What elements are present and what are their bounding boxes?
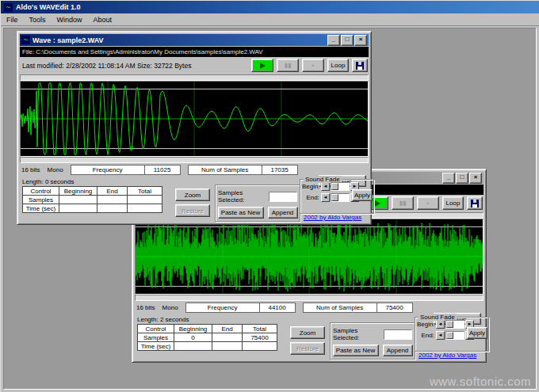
table-header: Total: [128, 187, 162, 196]
loop-button[interactable]: Loop: [327, 59, 349, 72]
frequency-readout: Frequency 11025: [71, 165, 181, 175]
table-row: Time (sec): [138, 342, 277, 351]
file-path-bar: File: C:\Documents and Settings\Administ…: [20, 47, 369, 57]
apply-button[interactable]: Apply: [352, 189, 373, 201]
pause-button[interactable]: ▮▮: [392, 196, 414, 210]
samples-selected-label: Samples Selected:: [333, 327, 381, 341]
menu-bar: File Tools Window About: [1, 13, 539, 26]
samples-selected-input[interactable]: [269, 192, 297, 202]
samples-readout: Num of Samples 17035: [188, 165, 298, 175]
cell-beginning: [59, 204, 97, 213]
minimize-button[interactable]: _: [327, 35, 340, 46]
cell-beginning: [174, 342, 212, 351]
table-row: Samples: [23, 196, 162, 204]
table-header: End: [97, 187, 128, 196]
wave-file-icon: ~: [21, 36, 30, 44]
row-label: Samples: [138, 333, 174, 342]
samples-value: 17035: [262, 165, 298, 175]
playback-row: Last modified: 2/28/2002 11:08:14 AM Siz…: [20, 57, 369, 74]
author-link[interactable]: 2002 by Aldo Vargas: [419, 352, 476, 359]
stop-button[interactable]: ▪: [302, 59, 324, 72]
table-header: Beginning: [174, 325, 212, 333]
paste-as-new-button[interactable]: Paste as New: [218, 207, 264, 219]
loop-button[interactable]: Loop: [442, 196, 464, 210]
fade-begin-slider[interactable]: [331, 182, 350, 191]
append-button[interactable]: Append: [383, 344, 413, 356]
slider-thumb[interactable]: [446, 321, 453, 328]
window-titlebar[interactable]: ~ Wave : sample2.WAV _ □ ×: [20, 34, 369, 46]
maximize-button[interactable]: □: [456, 173, 468, 184]
save-button[interactable]: [352, 59, 368, 72]
cell-total: 75400: [243, 333, 277, 342]
cell-total: [243, 342, 277, 351]
zoom-button[interactable]: Zoom: [175, 188, 210, 201]
arrow-left-icon[interactable]: ◄: [321, 182, 330, 191]
menu-tools[interactable]: Tools: [24, 16, 52, 24]
arrow-left-icon[interactable]: ◄: [321, 193, 330, 202]
stop-icon: ▪: [312, 62, 315, 69]
samples-selected-input[interactable]: [384, 329, 412, 340]
floppy-icon: [356, 62, 364, 70]
fade-begin-slider[interactable]: [445, 320, 464, 329]
close-button[interactable]: ×: [354, 35, 367, 46]
selection-table: Control Beginning End Total Samples Time…: [22, 186, 162, 213]
frequency-value: 11025: [144, 165, 181, 175]
fade-end-slider[interactable]: [331, 193, 350, 202]
sound-fade-group: Sound Fade Begin: ◄ ► End: ◄ ► Apply: [415, 317, 489, 352]
play-button[interactable]: [251, 59, 273, 72]
waveform-display[interactable]: [20, 81, 369, 157]
slider-thumb[interactable]: [331, 194, 338, 201]
slider-thumb[interactable]: [331, 183, 338, 190]
fade-end-slider[interactable]: [445, 331, 464, 340]
window-title: Wave : sample2.WAV: [32, 36, 325, 44]
menu-file[interactable]: File: [1, 16, 24, 24]
author-link[interactable]: 2002 by Aldo Vargas: [304, 214, 361, 221]
pause-button[interactable]: ▮▮: [277, 59, 299, 72]
cell-beginning: [59, 196, 97, 204]
length-label: Length: 2 seconds: [137, 316, 189, 323]
save-button[interactable]: [467, 196, 483, 210]
frequency-readout: Frequency 44100: [185, 303, 296, 313]
close-button[interactable]: ×: [469, 173, 482, 184]
restore-button: Restore: [290, 342, 325, 355]
samples-selected-group: Samples Selected: Paste as New Append: [330, 322, 415, 360]
cell-total: [128, 204, 162, 213]
row-label: Time (sec): [23, 204, 59, 213]
selection-bar[interactable]: [135, 295, 484, 301]
menu-about[interactable]: About: [88, 16, 118, 24]
frequency-label: Frequency: [71, 165, 145, 175]
play-icon: [375, 200, 380, 207]
info-panel: 16 bits Mono Frequency 44100 Num of Samp…: [135, 301, 484, 360]
bits-label: 16 bits: [136, 304, 155, 311]
waveform-display[interactable]: [135, 219, 484, 295]
file-info-text: Last modified: 2/28/2002 11:08:14 AM Siz…: [20, 62, 191, 70]
table-header: End: [212, 325, 243, 333]
paste-as-new-button[interactable]: Paste as New: [333, 344, 379, 356]
maximize-button[interactable]: □: [341, 35, 354, 46]
application-window: ~ Aldo's WAVEdit 1.0 File Tools Window A…: [0, 0, 539, 392]
floppy-icon: [471, 200, 479, 207]
samples-label: Num of Samples: [303, 303, 377, 313]
apply-button[interactable]: Apply: [467, 327, 487, 339]
table-header: Control: [138, 325, 174, 333]
table-row: Samples 0 75400: [138, 333, 277, 342]
arrow-left-icon[interactable]: ◄: [436, 320, 445, 329]
minimize-button[interactable]: _: [442, 173, 455, 184]
cell-end: [97, 196, 128, 204]
append-button[interactable]: Append: [268, 207, 298, 219]
pause-icon: ▮▮: [285, 62, 292, 69]
channels-label: Mono: [48, 166, 63, 173]
stop-button[interactable]: ▪: [417, 196, 439, 210]
cell-beginning: 0: [174, 333, 212, 342]
position-bar[interactable]: [20, 74, 369, 81]
arrow-left-icon[interactable]: ◄: [436, 331, 445, 340]
app-titlebar[interactable]: ~ Aldo's WAVEdit 1.0: [1, 1, 539, 13]
zoom-button[interactable]: Zoom: [290, 326, 325, 339]
info-panel: 16 bits Mono Frequency 11025 Num of Samp…: [20, 163, 369, 223]
fade-end-label: End:: [302, 194, 320, 201]
menu-window[interactable]: Window: [52, 16, 88, 24]
selection-bar[interactable]: [20, 157, 369, 163]
slider-thumb[interactable]: [446, 332, 453, 339]
stop-icon: ▪: [427, 200, 430, 207]
selection-table: Control Beginning End Total Samples 0 75…: [137, 324, 277, 351]
